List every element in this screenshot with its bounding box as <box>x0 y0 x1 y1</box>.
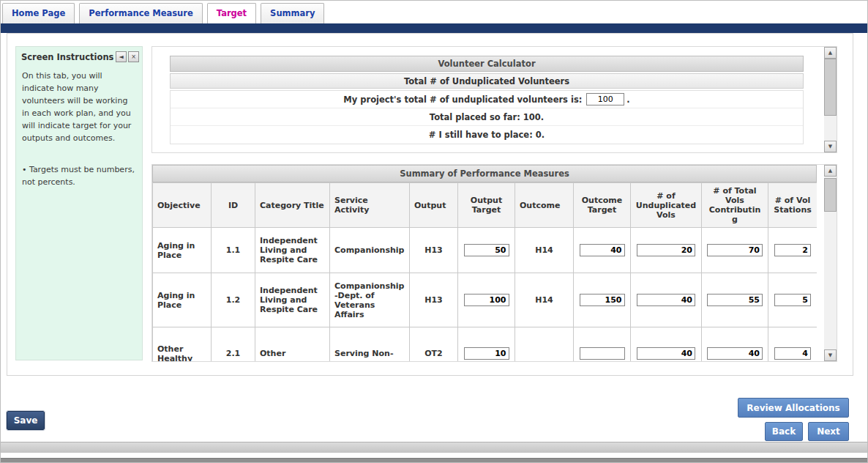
unduplicated-vols-input[interactable] <box>637 244 695 256</box>
unduplicated-vols-input[interactable] <box>637 294 695 306</box>
activity-cell: Serving Non- <box>330 327 410 362</box>
volunteer-calculator-section: Volunteer Calculator Total # of Unduplic… <box>151 46 837 153</box>
scroll-down-icon[interactable]: ▼ <box>824 349 837 361</box>
status-bar <box>1 442 867 453</box>
calculator-scrollbar[interactable]: ▲ ▼ <box>824 47 837 152</box>
category-cell: Other <box>255 327 330 362</box>
header-accent-bar <box>1 23 867 33</box>
performance-measures-title: Summary of Performance Measures <box>152 165 817 182</box>
col-output-target: Output Target <box>458 183 515 228</box>
output-target-input[interactable] <box>464 294 509 306</box>
col-service-activity: Service Activity <box>330 183 410 228</box>
volunteer-calculator-table: Volunteer Calculator Total # of Unduplic… <box>170 56 804 144</box>
unduplicated-volunteers-header: Total # of Unduplicated Volunteers <box>170 73 804 89</box>
output-target-input[interactable] <box>464 244 509 256</box>
scroll-up-icon[interactable]: ▲ <box>824 47 837 59</box>
content-frame: Screen Instructions ◄ × On this tab, you… <box>7 33 853 376</box>
col-outcome-target: Outcome Target <box>574 183 631 228</box>
tab-performance-measure[interactable]: Performance Measure <box>79 3 203 23</box>
outcome-target-input[interactable] <box>580 347 625 360</box>
outcome-target-input[interactable] <box>580 244 625 256</box>
tab-summary[interactable]: Summary <box>261 3 324 23</box>
screen-instructions-header: Screen Instructions ◄ × <box>16 47 142 64</box>
tab-bar: Home Page Performance Measure Target Sum… <box>1 1 867 23</box>
table-row: Other Healthy 2.1 Other Serving Non- OT2 <box>153 327 818 362</box>
screen-instructions-title: Screen Instructions <box>21 52 114 62</box>
performance-measures-table: Objective ID Category Title Service Acti… <box>152 182 817 361</box>
volunteer-calculator-title: Volunteer Calculator <box>170 56 804 72</box>
total-placed-text: Total placed so far: 100. <box>430 112 544 122</box>
unduplicated-vols-input[interactable] <box>637 347 695 360</box>
col-outcome: Outcome <box>515 183 574 228</box>
page: Home Page Performance Measure Target Sum… <box>0 0 868 463</box>
objective-cell: Aging in Place <box>153 273 212 327</box>
performance-measures-viewport: Summary of Performance Measures Objectiv… <box>152 165 817 361</box>
objective-cell: Aging in Place <box>153 228 212 273</box>
summary-scrollbar-track[interactable] <box>824 177 837 349</box>
col-total-vols-contributing: # of Total Vols Contributing <box>702 183 768 228</box>
col-output: Output <box>410 183 458 228</box>
still-to-place-row: # I still have to place: 0. <box>171 126 803 144</box>
total-vols-input[interactable] <box>707 347 763 360</box>
summary-scrollbar[interactable]: ▲ ▼ <box>824 165 837 361</box>
total-vols-input[interactable] <box>707 294 763 306</box>
activity-cell: Companionship-Dept. of Veterans Affairs <box>330 273 410 327</box>
summary-scrollbar-thumb[interactable] <box>824 178 837 212</box>
total-volunteers-suffix: . <box>626 95 629 105</box>
total-placed-row: Total placed so far: 100. <box>171 108 803 126</box>
instructions-note: • Targets must be numbers, not percents. <box>22 163 136 188</box>
table-header-row: Objective ID Category Title Service Acti… <box>153 183 818 228</box>
col-unduplicated-vols: # of Unduplicated Vols <box>631 183 702 228</box>
col-objective: Objective <box>153 183 212 228</box>
objective-cell: Other Healthy <box>153 327 212 362</box>
scroll-down-icon[interactable]: ▼ <box>824 141 837 152</box>
category-cell: Independent Living and Respite Care <box>255 273 330 327</box>
tab-home-page[interactable]: Home Page <box>2 3 75 23</box>
close-panel-icon[interactable]: × <box>128 51 139 62</box>
collapse-panel-icon[interactable]: ◄ <box>116 51 127 62</box>
output-cell: OT2 <box>410 327 458 362</box>
id-cell: 2.1 <box>212 327 255 362</box>
back-button[interactable]: Back <box>765 422 803 441</box>
screen-instructions-panel: Screen Instructions ◄ × On this tab, you… <box>15 46 143 360</box>
review-allocations-button[interactable]: Review Allocations <box>738 398 849 418</box>
col-id: ID <box>212 183 255 228</box>
total-volunteers-input[interactable] <box>586 93 624 105</box>
vol-stations-input[interactable] <box>774 244 811 256</box>
vol-stations-input[interactable] <box>774 347 811 360</box>
bottom-window-bar <box>1 458 867 463</box>
calculator-rows: My project's total # of unduplicated vol… <box>170 90 804 144</box>
save-button[interactable]: Save <box>7 411 45 430</box>
outcome-cell: H14 <box>515 228 574 273</box>
tab-target[interactable]: Target <box>207 3 256 23</box>
col-category-title: Category Title <box>255 183 330 228</box>
id-cell: 1.1 <box>212 228 255 273</box>
still-to-place-text: # I still have to place: 0. <box>429 130 545 140</box>
total-vols-input[interactable] <box>707 244 763 256</box>
total-volunteers-row: My project's total # of unduplicated vol… <box>171 91 803 108</box>
outcome-cell: H14 <box>515 273 574 327</box>
table-row: Aging in Place 1.2 Independent Living an… <box>153 273 818 327</box>
total-volunteers-label: My project's total # of unduplicated vol… <box>343 95 582 105</box>
table-row: Aging in Place 1.1 Independent Living an… <box>153 228 818 273</box>
outcome-target-input[interactable] <box>580 294 625 306</box>
output-target-input[interactable] <box>464 347 509 360</box>
performance-measures-section: Summary of Performance Measures Objectiv… <box>151 164 837 362</box>
output-cell: H13 <box>410 228 458 273</box>
id-cell: 1.2 <box>212 273 255 327</box>
scroll-up-icon[interactable]: ▲ <box>824 165 837 177</box>
activity-cell: Companionship <box>330 228 410 273</box>
output-cell: H13 <box>410 273 458 327</box>
instructions-paragraph: On this tab, you will indicate how many … <box>22 70 136 144</box>
outcome-cell <box>515 327 574 362</box>
vol-stations-input[interactable] <box>774 294 811 306</box>
calculator-scrollbar-track[interactable] <box>824 59 837 141</box>
next-button[interactable]: Next <box>808 422 849 441</box>
col-vol-stations: # of Vol Stations <box>768 183 818 228</box>
calculator-scrollbar-thumb[interactable] <box>824 59 837 116</box>
category-cell: Independent Living and Respite Care <box>255 228 330 273</box>
